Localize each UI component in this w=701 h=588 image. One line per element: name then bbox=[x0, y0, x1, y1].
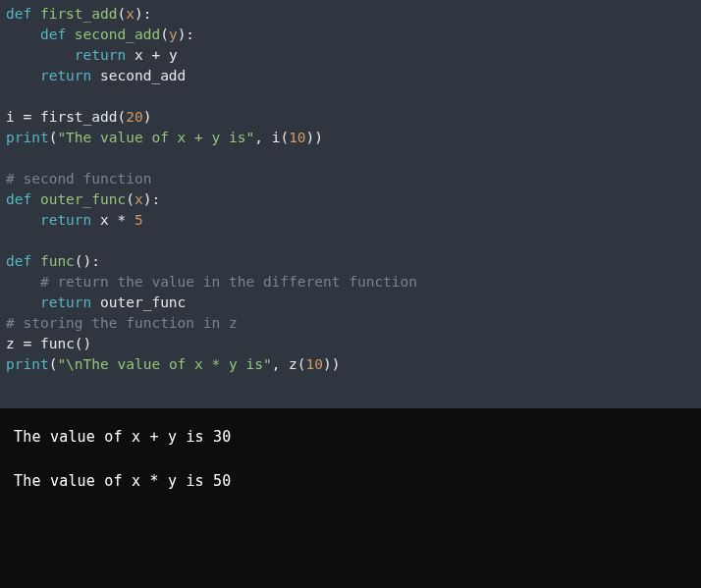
code-token: i bbox=[6, 109, 23, 125]
code-token: x bbox=[100, 212, 117, 228]
code-token: ): bbox=[135, 6, 151, 22]
code-token: x bbox=[135, 191, 143, 207]
code-token: outer_func bbox=[40, 191, 126, 207]
code-token: outer_func bbox=[100, 294, 186, 310]
code-token: , bbox=[254, 130, 271, 145]
code-line[interactable]: def func(): bbox=[6, 251, 695, 272]
code-token bbox=[6, 47, 75, 63]
code-editor[interactable]: def first_add(x): def second_add(y): ret… bbox=[0, 0, 701, 408]
code-token: func bbox=[40, 336, 75, 351]
code-line[interactable]: z = func() bbox=[6, 334, 695, 354]
code-token bbox=[6, 27, 40, 42]
code-token: # return the value in the different func… bbox=[40, 274, 417, 290]
code-line[interactable]: return x * 5 bbox=[6, 210, 695, 231]
code-token: ( bbox=[297, 356, 306, 372]
code-token: = bbox=[23, 109, 39, 125]
code-token: second_add bbox=[75, 27, 160, 42]
code-token: # second function bbox=[6, 171, 151, 187]
code-line[interactable] bbox=[6, 86, 695, 107]
code-token bbox=[6, 274, 40, 290]
code-token: ( bbox=[160, 27, 169, 42]
code-line[interactable]: i = first_add(20) bbox=[6, 107, 695, 128]
code-token: print bbox=[6, 356, 49, 372]
code-token: return bbox=[75, 47, 135, 63]
code-token: ( bbox=[118, 109, 127, 125]
code-line[interactable]: return outer_func bbox=[6, 293, 695, 313]
code-line[interactable]: # second function bbox=[6, 169, 695, 189]
code-token: def bbox=[6, 191, 40, 207]
code-token: ): bbox=[178, 27, 194, 42]
output-line: The value of x + y is 30 bbox=[14, 426, 687, 449]
code-token: second_add bbox=[100, 68, 186, 83]
code-token: z bbox=[6, 336, 23, 351]
code-token: func bbox=[40, 253, 75, 269]
code-token: (): bbox=[75, 253, 100, 269]
code-token: y bbox=[169, 47, 178, 63]
code-token: y bbox=[169, 27, 178, 42]
code-token: x bbox=[135, 47, 151, 63]
code-line[interactable] bbox=[6, 231, 695, 251]
code-token: )) bbox=[323, 356, 340, 372]
code-line[interactable]: def outer_func(x): bbox=[6, 189, 695, 210]
code-token: 5 bbox=[135, 212, 143, 228]
code-token: z bbox=[289, 356, 297, 372]
code-token: def bbox=[40, 27, 75, 42]
code-token: "\nThe value of x * y is" bbox=[57, 356, 271, 372]
code-line[interactable]: def first_add(x): bbox=[6, 4, 695, 25]
code-token: ): bbox=[143, 191, 160, 207]
code-token: + bbox=[151, 47, 168, 63]
code-token: return bbox=[40, 212, 100, 228]
code-token: )) bbox=[306, 130, 323, 145]
code-token bbox=[6, 294, 40, 310]
code-token: first_add bbox=[40, 109, 118, 125]
code-line[interactable]: return second_add bbox=[6, 66, 695, 86]
code-line[interactable]: print("\nThe value of x * y is", z(10)) bbox=[6, 354, 695, 375]
output-console: The value of x + y is 30 The value of x … bbox=[0, 408, 701, 510]
code-token: ) bbox=[143, 109, 152, 125]
code-token: return bbox=[40, 68, 100, 83]
code-line[interactable]: def second_add(y): bbox=[6, 25, 695, 45]
code-token: ( bbox=[126, 191, 135, 207]
code-token: ( bbox=[118, 6, 127, 22]
code-token: 20 bbox=[126, 109, 142, 125]
code-token: return bbox=[40, 294, 100, 310]
code-token bbox=[6, 68, 40, 83]
code-line[interactable]: return x + y bbox=[6, 45, 695, 66]
code-token: first_add bbox=[40, 6, 118, 22]
code-token: 10 bbox=[289, 130, 305, 145]
code-line[interactable]: # return the value in the different func… bbox=[6, 272, 695, 293]
output-line: The value of x * y is 50 bbox=[14, 470, 687, 493]
code-token: def bbox=[6, 6, 40, 22]
code-line[interactable]: print("The value of x + y is", i(10)) bbox=[6, 128, 695, 148]
code-token: # storing the function in z bbox=[6, 315, 238, 331]
code-token: ( bbox=[280, 130, 289, 145]
code-token: , bbox=[272, 356, 289, 372]
code-token bbox=[6, 212, 40, 228]
output-line bbox=[14, 449, 687, 471]
code-token: = bbox=[23, 336, 39, 351]
code-token: print bbox=[6, 130, 49, 145]
code-token: () bbox=[75, 336, 91, 351]
code-token: * bbox=[118, 212, 135, 228]
code-line[interactable] bbox=[6, 148, 695, 169]
code-token: def bbox=[6, 253, 40, 269]
code-token: 10 bbox=[306, 356, 323, 372]
code-line[interactable]: # storing the function in z bbox=[6, 313, 695, 334]
code-token: x bbox=[126, 6, 135, 22]
code-token: "The value of x + y is" bbox=[57, 130, 254, 145]
